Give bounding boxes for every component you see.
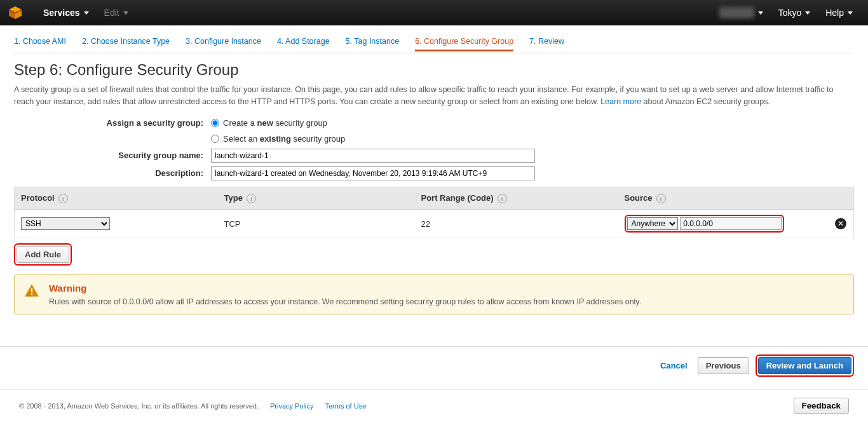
source-cidr-input[interactable]	[680, 217, 782, 230]
feedback-button[interactable]: Feedback	[794, 398, 850, 414]
warning-text: Rules with source of 0.0.0.0/0 allow all…	[49, 297, 641, 306]
tab-review[interactable]: 7. Review	[529, 34, 564, 51]
region-menu[interactable]: Tokyo	[771, 8, 818, 18]
chevron-down-icon	[84, 11, 89, 15]
info-icon[interactable]: i	[247, 194, 256, 203]
help-menu[interactable]: Help	[818, 8, 860, 18]
services-menu[interactable]: Services	[36, 8, 97, 18]
privacy-link[interactable]: Privacy Policy	[270, 402, 313, 410]
aws-logo-icon	[8, 5, 23, 20]
bottom-bar: © 2008 - 2013, Amazon Web Services, Inc.…	[0, 389, 868, 421]
rules-table: Protocoli Typei Port Range (Code)i Sourc…	[14, 187, 854, 239]
terms-link[interactable]: Terms of Use	[325, 402, 366, 410]
chevron-down-icon	[848, 11, 853, 15]
radio-select-existing[interactable]	[211, 135, 219, 143]
page-description: A security group is a set of firewall ru…	[14, 84, 854, 108]
col-protocol: Protocol	[21, 193, 55, 203]
svg-rect-3	[31, 288, 32, 293]
cancel-link[interactable]: Cancel	[660, 361, 688, 370]
info-icon[interactable]: i	[656, 194, 666, 203]
footer-actions: Cancel Previous Review and Launch	[0, 346, 868, 384]
assign-sg-label: Assign a security group:	[14, 118, 211, 128]
sg-desc-input[interactable]	[211, 166, 535, 180]
tab-configure-instance[interactable]: 3. Configure Instance	[186, 34, 261, 51]
radio-existing-label: Select an existing security group	[223, 134, 345, 144]
review-and-launch-button[interactable]: Review and Launch	[758, 357, 851, 374]
radio-create-label: Create a new security group	[223, 118, 327, 128]
col-source: Source	[625, 193, 653, 203]
tab-security-group[interactable]: 6. Configure Security Group	[415, 34, 513, 51]
warning-box: Warning Rules with source of 0.0.0.0/0 a…	[14, 274, 854, 314]
wizard-tabs: 1. Choose AMI 2. Choose Instance Type 3.…	[14, 34, 854, 53]
col-port: Port Range (Code)	[421, 193, 494, 203]
tab-instance-type[interactable]: 2. Choose Instance Type	[82, 34, 170, 51]
chevron-down-icon	[805, 11, 810, 15]
add-rule-button[interactable]: Add Rule	[17, 246, 69, 263]
radio-create-new[interactable]	[211, 119, 219, 127]
info-icon[interactable]: i	[58, 194, 68, 203]
rule-type: TCP	[218, 210, 415, 238]
top-nav: Services Edit Tokyo Help	[0, 0, 868, 25]
sg-name-input[interactable]	[211, 149, 535, 163]
warning-icon	[24, 283, 40, 299]
sg-name-label: Security group name:	[14, 151, 211, 160]
svg-rect-4	[31, 294, 32, 295]
remove-rule-icon[interactable]: ✕	[835, 218, 846, 229]
previous-button[interactable]: Previous	[698, 357, 749, 374]
source-select[interactable]: Anywhere	[627, 217, 678, 230]
sg-desc-label: Description:	[14, 168, 211, 178]
col-type: Type	[224, 193, 243, 203]
protocol-select[interactable]: SSH	[21, 217, 110, 230]
edit-menu[interactable]: Edit	[97, 8, 136, 18]
tab-add-storage[interactable]: 4. Add Storage	[277, 34, 330, 51]
chevron-down-icon	[758, 11, 763, 15]
learn-more-link[interactable]: Learn more	[600, 97, 641, 106]
chevron-down-icon	[123, 11, 128, 15]
rule-row: SSH TCP 22 Anywhere ✕	[15, 210, 854, 238]
account-menu[interactable]	[712, 7, 771, 18]
page-title: Step 6: Configure Security Group	[14, 61, 854, 79]
warning-title: Warning	[49, 283, 641, 294]
copyright-text: © 2008 - 2013, Amazon Web Services, Inc.…	[19, 402, 259, 410]
rule-port: 22	[415, 210, 618, 238]
info-icon[interactable]: i	[498, 194, 507, 203]
tab-choose-ami[interactable]: 1. Choose AMI	[14, 34, 66, 51]
tab-tag-instance[interactable]: 5. Tag Instance	[346, 34, 400, 51]
